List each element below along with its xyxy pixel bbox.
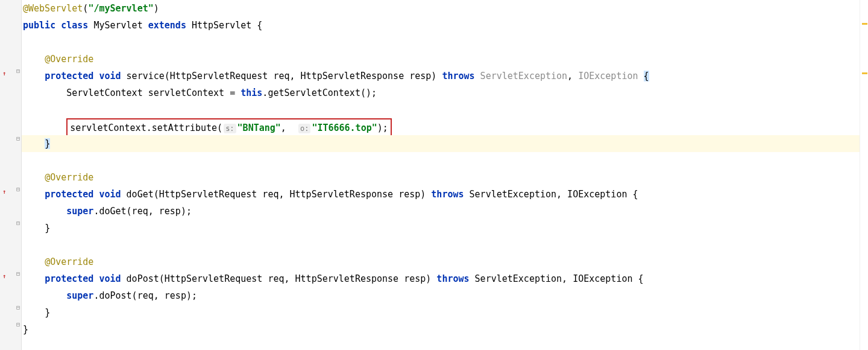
- code-line[interactable]: ServletContext servletContext = this.get…: [22, 84, 860, 101]
- code-line[interactable]: [22, 101, 860, 118]
- fold-toggle-icon[interactable]: ⊟: [16, 270, 20, 277]
- code-line[interactable]: [22, 34, 860, 51]
- fold-end-icon[interactable]: ⊟: [16, 220, 20, 226]
- code-line[interactable]: @Override: [22, 51, 860, 68]
- string-literal: "/myServlet": [88, 3, 153, 14]
- unused-exception: ServletException: [480, 71, 568, 81]
- current-line[interactable]: }: [22, 135, 860, 152]
- code-editor[interactable]: @WebServlet("/myServlet") public class M…: [22, 0, 860, 350]
- matched-brace: }: [45, 138, 50, 149]
- annotation: @Override: [45, 256, 93, 267]
- code-line[interactable]: @WebServlet("/myServlet"): [22, 0, 860, 17]
- fold-toggle-icon[interactable]: ⊟: [16, 68, 20, 74]
- warning-marker[interactable]: [862, 23, 867, 25]
- code-line[interactable]: [22, 237, 860, 253]
- code-line[interactable]: servletContext.setAttribute(s:"BNTang", …: [22, 118, 860, 135]
- code-line[interactable]: protected void service(HttpServletReques…: [22, 68, 860, 84]
- error-stripe[interactable]: [860, 0, 868, 350]
- warning-marker[interactable]: [862, 72, 867, 74]
- code-line[interactable]: [22, 152, 860, 169]
- code-line[interactable]: protected void doGet(HttpServletRequest …: [22, 186, 860, 203]
- fold-toggle-icon[interactable]: ⊟: [16, 186, 20, 192]
- code-line[interactable]: public class MyServlet extends HttpServl…: [22, 17, 860, 34]
- code-line[interactable]: protected void doPost(HttpServletRequest…: [22, 270, 860, 287]
- parameter-hint: o:: [298, 124, 310, 133]
- annotation: @Override: [45, 172, 93, 183]
- string-literal: "IT6666.top": [312, 122, 377, 133]
- override-marker-icon[interactable]: ↑: [2, 70, 6, 77]
- fold-end-icon[interactable]: ⊟: [16, 321, 20, 328]
- unused-exception: IOException: [578, 71, 643, 81]
- code-line[interactable]: }: [22, 321, 860, 338]
- override-marker-icon[interactable]: ↑: [2, 188, 6, 195]
- parameter-hint: s:: [224, 124, 236, 133]
- annotation: @Override: [45, 54, 93, 65]
- code-line[interactable]: super.doGet(req, resp);: [22, 203, 860, 220]
- code-line[interactable]: }: [22, 220, 860, 237]
- code-line[interactable]: @Override: [22, 169, 860, 186]
- fold-end-icon[interactable]: ⊟: [16, 304, 20, 311]
- fold-end-icon[interactable]: ⊟: [16, 135, 20, 142]
- override-marker-icon[interactable]: ↑: [2, 273, 6, 279]
- code-line[interactable]: }: [22, 304, 860, 321]
- code-line[interactable]: super.doPost(req, resp);: [22, 287, 860, 304]
- annotation: @WebServlet: [23, 3, 83, 14]
- editor-gutter[interactable]: ↑ ⊟ ⊟ ↑ ⊟ ⊟ ↑ ⊟ ⊟ ⊟: [0, 0, 22, 350]
- matched-brace: {: [644, 71, 649, 81]
- string-literal: "BNTang": [237, 122, 281, 133]
- code-line[interactable]: @Override: [22, 253, 860, 270]
